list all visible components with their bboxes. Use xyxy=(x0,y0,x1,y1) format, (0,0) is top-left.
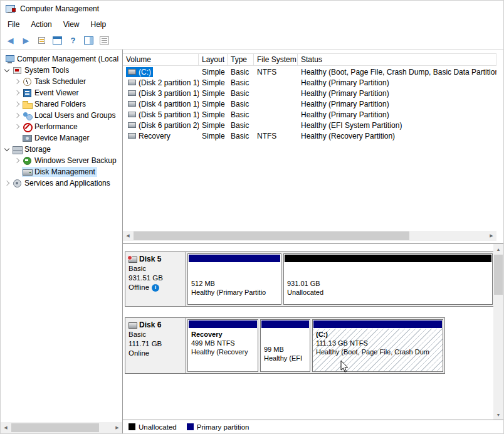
toolbar: ◀ ▶ ? xyxy=(1,32,503,50)
disk-6-row: Disk 6 Basic 111.71 GB Online Recovery 4… xyxy=(125,317,445,374)
back-button[interactable]: ◀ xyxy=(3,34,18,48)
disk-type: Basic xyxy=(129,330,182,339)
menu-help[interactable]: Help xyxy=(85,18,112,31)
main-content: Computer Management (Local System Tools … xyxy=(1,50,503,433)
tree-item-computer-management[interactable]: Computer Management (Local xyxy=(1,53,122,65)
export-list-icon xyxy=(37,36,46,45)
chevron-collapsed-icon[interactable] xyxy=(14,124,21,130)
volume-icon xyxy=(128,101,136,107)
legend-primary-partition: Primary partition xyxy=(187,423,249,431)
expander-spacer xyxy=(14,135,21,141)
tree-item-windows-server-backup[interactable]: Windows Server Backup xyxy=(1,155,122,166)
volume-row-disk3-p1[interactable]: (Disk 3 partition 1) Simple Basic Health… xyxy=(123,88,496,98)
chevron-expanded-icon[interactable] xyxy=(4,146,11,152)
menu-action[interactable]: Action xyxy=(25,18,57,31)
scroll-right-icon[interactable]: ▶ xyxy=(486,231,496,241)
computer-icon xyxy=(5,55,14,63)
menu-file[interactable]: File xyxy=(2,18,25,31)
column-header-volume[interactable]: Volume xyxy=(123,54,199,65)
volume-icon xyxy=(128,112,136,117)
disk-status: Offline xyxy=(129,283,149,292)
primary-partition-swatch xyxy=(187,423,194,430)
column-header-file-system[interactable]: File System xyxy=(254,54,298,65)
scroll-left-icon[interactable]: ◀ xyxy=(1,423,11,433)
disk-5-label[interactable]: Disk 5 Basic 931.51 GB Offline xyxy=(125,252,186,306)
performance-icon xyxy=(23,123,32,131)
volume-icon xyxy=(128,69,136,75)
scroll-right-icon[interactable]: ▶ xyxy=(112,423,122,433)
partition-status: Unallocated xyxy=(287,288,489,297)
console-tree-button[interactable] xyxy=(50,34,65,48)
partition-size: 512 MB xyxy=(191,279,278,288)
help-icon: ? xyxy=(71,36,76,45)
tree-item-event-viewer[interactable]: Event Viewer xyxy=(1,87,122,98)
disk6-c-partition-selected[interactable]: (C:) 111.13 GB NTFS Healthy (Boot, Page … xyxy=(312,319,443,372)
chevron-collapsed-icon[interactable] xyxy=(14,90,21,96)
legend-unallocated: Unallocated xyxy=(129,423,177,431)
tree-item-system-tools[interactable]: System Tools xyxy=(1,65,122,76)
disk-size: 111.71 GB xyxy=(129,339,182,349)
help-button[interactable]: ? xyxy=(66,34,80,48)
column-header-layout[interactable]: Layout xyxy=(199,54,228,65)
tree-item-services-and-applications[interactable]: Services and Applications xyxy=(1,177,122,189)
volume-row-disk5-p1[interactable]: (Disk 5 partition 1) Simple Basic Health… xyxy=(123,109,496,120)
volume-list-horizontal-scrollbar[interactable]: ◀ ▶ xyxy=(123,231,496,241)
chevron-expanded-icon[interactable] xyxy=(4,67,11,73)
tree-item-performance[interactable]: Performance xyxy=(1,121,122,132)
scroll-up-icon[interactable]: ▲ xyxy=(493,244,503,254)
disk-6-label[interactable]: Disk 6 Basic 111.71 GB Online xyxy=(125,318,186,373)
tree-item-device-manager[interactable]: Device Manager xyxy=(1,132,122,144)
computer-management-window: Computer Management File Action View Hel… xyxy=(0,0,504,434)
scroll-down-icon[interactable]: ▼ xyxy=(493,410,503,420)
chevron-collapsed-icon[interactable] xyxy=(14,101,21,107)
tree-item-local-users-and-groups[interactable]: Local Users and Groups xyxy=(1,110,122,121)
tree-item-storage[interactable]: Storage xyxy=(1,144,122,155)
app-icon xyxy=(6,5,16,13)
disk5-unallocated[interactable]: 931.01 GB Unallocated xyxy=(283,253,493,305)
chevron-collapsed-icon[interactable] xyxy=(14,78,21,85)
disk-5-row: Disk 5 Basic 931.51 GB Offline 512 MB He… xyxy=(125,251,495,307)
chevron-collapsed-icon[interactable] xyxy=(14,112,21,119)
expander-spacer xyxy=(14,169,21,175)
scrollbar-thumb[interactable] xyxy=(134,231,409,240)
window-title: Computer Management xyxy=(20,4,99,13)
scrollbar-thumb[interactable] xyxy=(11,423,99,432)
disk6-efi-partition[interactable]: 99 MB Healthy (EFI xyxy=(260,319,310,372)
unallocated-swatch xyxy=(129,423,135,430)
partition-size: 931.01 GB xyxy=(287,279,489,288)
chevron-collapsed-icon[interactable] xyxy=(4,180,11,186)
partition-status: Healthy (Boot, Page File, Crash Dum xyxy=(316,347,439,356)
disk6-recovery-partition[interactable]: Recovery 499 MB NTFS Healthy (Recovery xyxy=(187,319,258,372)
export-list-button[interactable] xyxy=(34,34,49,48)
console-tree-icon xyxy=(53,36,62,45)
info-icon[interactable] xyxy=(152,284,159,292)
volume-row-disk6-p2[interactable]: (Disk 6 partition 2) Simple Basic Health… xyxy=(123,120,496,130)
volume-row-disk2-p1[interactable]: (Disk 2 partition 1) Simple Basic Health… xyxy=(123,77,496,88)
tree-item-disk-management[interactable]: Disk Management xyxy=(1,166,122,177)
volume-row-disk4-p1[interactable]: (Disk 4 partition 1) Simple Basic Health… xyxy=(123,98,496,109)
disk-size: 931.51 GB xyxy=(129,273,182,283)
disk-icon xyxy=(129,257,137,263)
back-arrow-icon: ◀ xyxy=(8,36,14,45)
action-pane-button[interactable] xyxy=(81,34,96,48)
menu-bar: File Action View Help xyxy=(1,17,503,32)
system-tools-icon xyxy=(13,66,22,75)
tree-item-shared-folders[interactable]: Shared Folders xyxy=(1,98,122,110)
volume-icon xyxy=(128,122,136,128)
scroll-left-icon[interactable]: ◀ xyxy=(123,231,133,241)
menu-view[interactable]: View xyxy=(58,18,85,31)
disk5-partition-1[interactable]: 512 MB Healthy (Primary Partitio xyxy=(187,253,281,305)
chevron-collapsed-icon[interactable] xyxy=(14,157,21,164)
graph-vertical-scrollbar[interactable]: ▲ ▼ xyxy=(493,244,503,420)
scrollbar-thumb[interactable] xyxy=(494,255,503,295)
primary-partition-color-bar xyxy=(189,255,280,262)
volume-row-recovery[interactable]: Recovery Simple Basic NTFS Healthy (Reco… xyxy=(123,130,496,141)
volume-row-c[interactable]: (C:) Simple Basic NTFS Healthy (Boot, Pa… xyxy=(123,66,496,77)
column-header-type[interactable]: Type xyxy=(228,54,254,65)
partition-status: Healthy (Recovery xyxy=(191,347,255,356)
column-header-status[interactable]: Status xyxy=(298,54,496,65)
forward-button[interactable]: ▶ xyxy=(19,34,33,48)
tree-horizontal-scrollbar[interactable]: ◀ ▶ xyxy=(1,422,122,433)
tree-item-task-scheduler[interactable]: Task Scheduler xyxy=(1,76,122,87)
properties-button[interactable] xyxy=(97,34,112,48)
